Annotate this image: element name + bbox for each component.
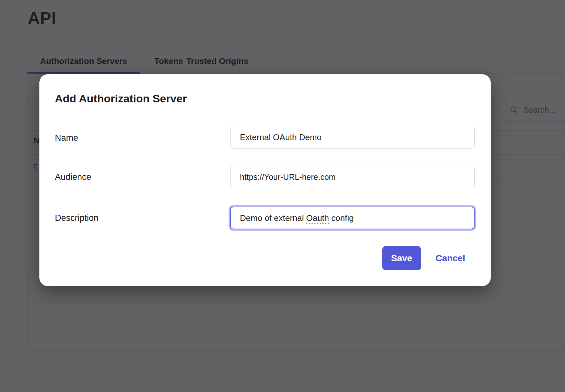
audience-label: Audience: [55, 171, 91, 182]
description-value-misspelled-word: Oauth: [306, 213, 329, 223]
save-button[interactable]: Save: [382, 246, 421, 270]
audience-input-value: https://Your-URL-here.com: [240, 172, 335, 182]
cancel-button[interactable]: Cancel: [436, 246, 465, 270]
description-value-before: Demo of external: [240, 213, 306, 223]
description-value-after: config: [329, 213, 354, 223]
description-input[interactable]: Demo of external Oauth config: [230, 207, 475, 229]
name-label: Name: [55, 132, 78, 143]
audience-input[interactable]: https://Your-URL-here.com: [230, 166, 475, 188]
description-label: Description: [55, 212, 98, 223]
name-input[interactable]: External OAuth Demo: [230, 126, 475, 149]
modal-title: Add Authorization Server: [55, 92, 187, 105]
name-input-value: External OAuth Demo: [240, 132, 322, 142]
add-authorization-server-modal: Add Authorization Server Name External O…: [39, 74, 491, 286]
